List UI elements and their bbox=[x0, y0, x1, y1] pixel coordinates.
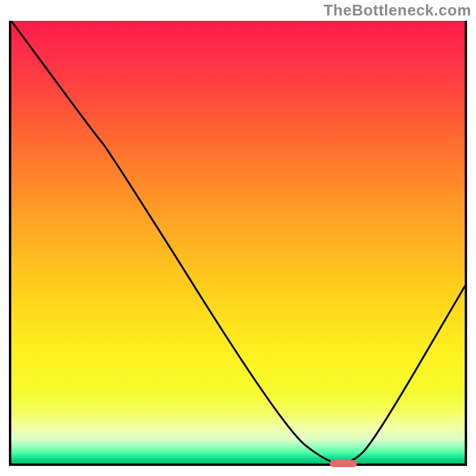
bottleneck-curve bbox=[11, 21, 465, 464]
optimum-marker bbox=[330, 460, 357, 467]
chart-stage: TheBottleneck.com bbox=[0, 0, 476, 476]
plot-frame bbox=[9, 21, 467, 466]
watermark-text: TheBottleneck.com bbox=[324, 1, 471, 20]
